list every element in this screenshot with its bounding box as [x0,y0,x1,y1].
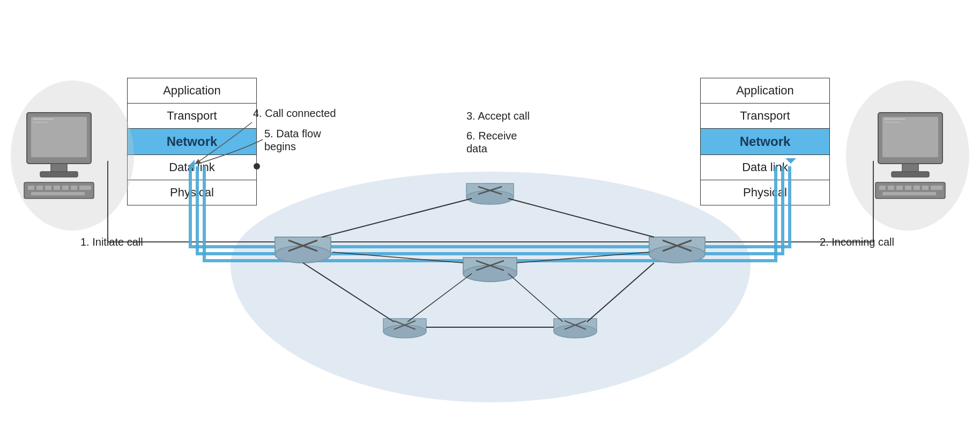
label-incoming-call: 2. Incoming call [820,236,894,248]
svg-line-66 [303,263,394,322]
svg-line-71 [407,274,472,322]
label-receive: 6. Receive [466,130,517,142]
label-call-connected: 4. Call connected [253,107,336,120]
svg-line-68 [587,263,654,322]
svg-point-41 [649,246,705,263]
svg-point-46 [466,190,514,204]
svg-line-65 [508,198,654,237]
main-diagram: Application Transport Network Data link … [0,0,980,442]
label-data-flow-begins: begins [264,141,296,153]
main-svg [0,0,980,442]
label-data: data [466,143,487,155]
svg-line-64 [322,198,472,237]
svg-marker-30 [785,158,796,164]
label-data-flow: 5. Data flow [264,128,321,140]
label-accept-call: 3. Accept call [466,110,530,122]
label-initiate-call: 1. Initiate call [80,236,143,248]
svg-point-36 [275,246,331,263]
svg-point-56 [383,325,426,338]
svg-point-61 [554,325,597,338]
svg-line-72 [508,274,563,322]
svg-point-32 [254,163,260,170]
